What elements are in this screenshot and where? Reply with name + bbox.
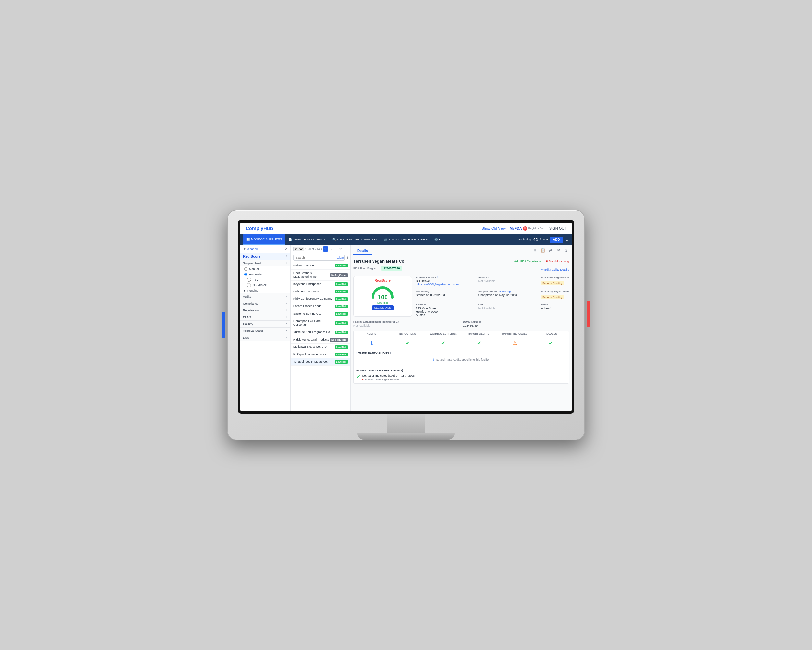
sidebar-sub-non-fsvp[interactable]: Non-FSVP (240, 283, 290, 288)
regiscore-card-title: RegiScore (356, 279, 409, 283)
app-logo: ComplyHub (246, 226, 273, 231)
audits-header[interactable]: Audits ∧ (240, 294, 290, 300)
filter-icon: ▼ (243, 247, 246, 251)
compliance-tab-import-alerts[interactable]: IMPORT ALERTS (461, 331, 497, 337)
clear-search-button[interactable]: Clear (337, 256, 344, 259)
nav-item-find[interactable]: 🔍 FIND QUALIFIED SUPPLIERS (329, 234, 381, 245)
inspection-text-block: No Action Indicated (NAI) on Apr 7, 2016… (362, 374, 415, 381)
see-details-button[interactable]: SEE DETAILS (372, 306, 394, 310)
third-party-help-icon: ℹ (390, 352, 391, 355)
list-item[interactable]: Morisawa Bleu & Co. LTD Low Risk (291, 344, 351, 351)
supplier-name: Hideki Agricultural Products (293, 338, 329, 342)
copy-icon[interactable]: 📋 (540, 247, 546, 253)
monitoring-count: Monitoring 41 / 100 ADD ⌄ (517, 237, 569, 243)
monitoring-field-label: Monitoring (416, 290, 474, 293)
compliance-tabs: AUDITS INSPECTIONS WARNING LETTER(S) IMP… (354, 331, 569, 337)
add-fda-registration-button[interactable]: + Add FDA Registration (512, 260, 542, 263)
list-item[interactable]: Hideki Agricultural Products No RegiScor… (291, 336, 351, 344)
myfda-text: MyFDA (510, 226, 522, 231)
compliance-tab-recalls[interactable]: RECALLS (533, 331, 569, 337)
score-risk-label: Low Risk (356, 301, 409, 304)
vendor-id-label: Vendor ID (478, 276, 537, 279)
list-item[interactable]: Saotome Bottling Co. Low Risk (291, 310, 351, 318)
registration-header[interactable]: Registration ∧ (240, 307, 290, 314)
regiscore-filter[interactable]: RegiScore ∧ (240, 253, 290, 260)
nav-item-manage[interactable]: 📄 MANAGE DOCUMENTS (285, 234, 329, 245)
print-icon[interactable]: 🖨 (548, 247, 554, 253)
sidebar-sub-fsvp[interactable]: FSVP (240, 277, 290, 283)
non-fsvp-radio[interactable] (247, 283, 251, 287)
risk-badge: Low Risk (334, 297, 348, 301)
fsvp-radio[interactable] (247, 278, 251, 282)
list-item[interactable]: Polyglow Cosmetics Low Risk (291, 288, 351, 296)
page-1-button[interactable]: 1 (323, 246, 328, 252)
compliance-tab-audits[interactable]: AUDITS (354, 331, 389, 337)
per-page-select[interactable]: 20 (293, 247, 304, 251)
list-item[interactable]: Chilampoo Hair Care Consortium Low Risk (291, 318, 351, 329)
detail-actions: + Add FDA Registration ⏹ Stop Monitoring (512, 260, 569, 263)
manual-radio[interactable] (244, 268, 247, 271)
compliance-tab-warning-letters[interactable]: WARNING LETTER(S) (426, 331, 461, 337)
myfda-badge: ® (523, 226, 528, 231)
compliance-header[interactable]: Compliance ∧ (240, 300, 290, 307)
list-item[interactable]: Rock Brothers Manufacturing Inc. No Regi… (291, 270, 351, 281)
bullet-icon: ● (362, 378, 364, 381)
risk-badge: Low Risk (334, 312, 348, 315)
contact-email[interactable]: billoctave000@registrarcorp.com (416, 283, 474, 286)
list-item[interactable]: Kirby Confectionary Company Low Risk (291, 295, 351, 303)
content-area: ▼ clear all ✕ RegiScore ∧ Suppl (240, 245, 572, 411)
approval-status-header[interactable]: Approval Status ∧ (240, 327, 290, 334)
info-icon[interactable]: ℹ (563, 247, 569, 253)
list-item[interactable]: Yume de Abril Fragrance Co. Low Risk (291, 329, 351, 336)
manual-label: Manual (249, 268, 259, 271)
contact-info-icon: ℹ (437, 276, 438, 279)
fda-drug-reg-field: FDA Drug Registration Request Pending (541, 290, 569, 299)
compliance-section: AUDITS INSPECTIONS WARNING LETTER(S) IMP… (353, 330, 569, 384)
nav-item-monitor[interactable]: 📊 MONITOR SUPPLIERS (243, 234, 285, 245)
duns-header[interactable]: DUNS ∧ (240, 314, 290, 320)
compliance-tab-inspections[interactable]: INSPECTIONS (389, 331, 425, 337)
fda-reg-label: FDA Food Reg No.: (353, 267, 379, 270)
show-log-link[interactable]: Show log (499, 290, 511, 293)
nav-item-boost[interactable]: 🛒 BOOST PURCHASE POWER (381, 234, 431, 245)
sidebar-option-pending[interactable]: ▸ Pending (240, 288, 290, 293)
add-monitoring-button[interactable]: ADD (549, 237, 563, 243)
sign-out-button[interactable]: SIGN OUT (549, 226, 566, 231)
compliance-tab-import-refusals[interactable]: IMPORT REFUSALS (497, 331, 533, 337)
country-header[interactable]: Country ∧ (240, 321, 290, 327)
edit-facility-link[interactable]: ✏ Edit Facility Details (541, 268, 569, 271)
country-label: Country (243, 323, 253, 326)
monitoring-chevron-icon[interactable]: ⌄ (565, 237, 569, 242)
list-item[interactable]: Keystone Enterprises Low Risk (291, 281, 351, 288)
next-page-button[interactable]: › (345, 247, 346, 251)
supplier-feed-header[interactable]: Supplier Feed ∧ (240, 260, 290, 266)
list-field: List Not Available (478, 303, 537, 317)
email-icon[interactable]: ✉ (556, 247, 561, 253)
supplier-list-header: 20 1-20 of 214 ‹ 1 2 ... 11 › (291, 245, 351, 254)
list-item[interactable]: Kahan Pearl Co. Low Risk (291, 262, 351, 270)
inspection-classification-label: INSPECTION CLASSIFICATION(S) (356, 369, 566, 372)
risk-badge: Low Risk (334, 321, 348, 325)
list-item[interactable]: K. Kapri Pharmaceuticals Low Risk (291, 351, 351, 358)
nav-item-settings[interactable]: ⚙️ ▾ (431, 234, 444, 245)
automated-radio[interactable] (244, 273, 247, 276)
clear-all-link[interactable]: clear all (247, 247, 258, 251)
prev-page-button[interactable]: ‹ (321, 247, 322, 251)
nav-label-find: FIND QUALIFIED SUPPLIERS (337, 238, 377, 241)
last-page-button[interactable]: 11 (339, 246, 343, 252)
sidebar-option-manual[interactable]: Manual (240, 266, 290, 272)
close-filter-button[interactable]: ✕ (285, 247, 288, 251)
show-old-view-link[interactable]: Show Old View (482, 226, 506, 231)
myfda-sub: Registrar Corp (528, 227, 545, 230)
page-2-button[interactable]: 2 (329, 246, 334, 252)
list-item[interactable]: Lonard Frozen Foods Low Risk (291, 303, 351, 310)
sidebar-option-automated[interactable]: Automated (240, 272, 290, 277)
sidebar: ▼ clear all ✕ RegiScore ∧ Suppl (240, 245, 291, 411)
third-party-label: ℹ THIRD PARTY AUDITS ℹ (356, 352, 566, 355)
lists-header[interactable]: Lists ∧ (240, 335, 290, 341)
stop-monitoring-button[interactable]: ⏹ Stop Monitoring (545, 260, 569, 263)
fei-field: Facility Establishment Identifier (FEI) … (353, 320, 459, 327)
list-item[interactable]: Terrabell Vegan Meats Co. Low Risk (291, 358, 351, 366)
download-icon[interactable]: ⬇ (532, 247, 538, 253)
tab-details[interactable]: Details (353, 247, 372, 255)
